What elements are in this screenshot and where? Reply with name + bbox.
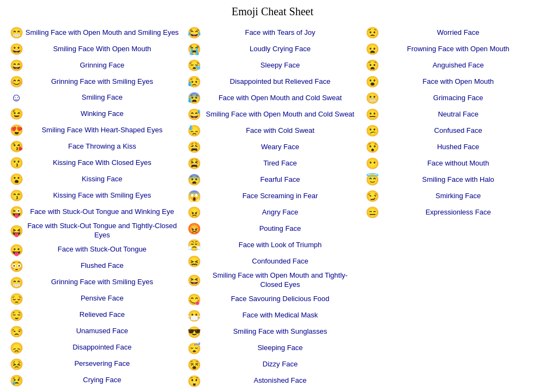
list-item: 😶Face without Mouth bbox=[361, 155, 540, 171]
list-item: 😲Astonished Face bbox=[184, 373, 362, 389]
emoji-icon: 😆 bbox=[187, 274, 202, 287]
emoji-label: Confounded Face bbox=[202, 257, 359, 266]
list-item: 😜Face with Stuck-Out Tongue and Winking … bbox=[5, 204, 184, 220]
emoji-label: Face with Stuck-Out Tongue bbox=[24, 245, 180, 254]
emoji-label: Smiling Face with Open Mouth and Tightly… bbox=[202, 271, 359, 290]
emoji-icon: 😭 bbox=[187, 42, 202, 56]
emoji-icon: 😶 bbox=[365, 157, 380, 170]
emoji-label: Grimacing Face bbox=[380, 94, 536, 103]
emoji-icon: 😀 bbox=[9, 42, 24, 56]
emoji-label: Angry Face bbox=[202, 208, 359, 217]
emoji-label: Face with Open Mouth bbox=[380, 77, 536, 87]
emoji-label: Pouting Face bbox=[202, 224, 359, 234]
emoji-label: Pensive Face bbox=[24, 294, 180, 303]
emoji-icon: 😩 bbox=[187, 140, 202, 154]
list-item: 😴Sleeping Face bbox=[184, 340, 362, 357]
list-item: 😇Smiling Face with Halo bbox=[361, 171, 540, 188]
emoji-icon: 😔 bbox=[9, 292, 24, 305]
list-item: 😅Smiling Face with Open Mouth and Cold S… bbox=[184, 106, 362, 122]
list-item: 😏Smirking Face bbox=[361, 188, 540, 204]
emoji-label: Relieved Face bbox=[24, 310, 180, 320]
emoji-label: Dizzy Face bbox=[202, 360, 359, 369]
emoji-label: Face Throwing a Kiss bbox=[24, 142, 180, 151]
column-left: 😁Smiling Face with Open Mouth and Smilin… bbox=[5, 24, 184, 389]
list-item: 😝Face with Stuck-Out Tongue and Tightly-… bbox=[5, 220, 184, 242]
emoji-label: Unamused Face bbox=[24, 327, 180, 336]
list-item: 😡Pouting Face bbox=[184, 220, 362, 237]
list-item: 😪Sleepy Face bbox=[184, 57, 362, 74]
emoji-icon: 😟 bbox=[365, 26, 380, 39]
list-item: 😓Face with Cold Sweat bbox=[184, 122, 362, 139]
emoji-icon: 😤 bbox=[187, 238, 202, 252]
emoji-icon: ☺️ bbox=[9, 91, 24, 104]
emoji-icon: 😮 bbox=[9, 173, 24, 186]
emoji-icon: 😞 bbox=[9, 341, 24, 354]
list-item: 😖Confounded Face bbox=[184, 253, 362, 270]
emoji-label: Expressionless Face bbox=[380, 208, 536, 217]
list-item: 😮Kissing Face bbox=[5, 171, 184, 187]
emoji-icon: 😓 bbox=[187, 124, 202, 137]
emoji-icon: 😥 bbox=[187, 75, 202, 88]
emoji-label: Face Screaming in Fear bbox=[202, 192, 359, 201]
emoji-label: Persevering Face bbox=[24, 359, 180, 369]
emoji-icon: 😴 bbox=[187, 342, 202, 355]
list-item: 😣Persevering Face bbox=[5, 356, 184, 372]
emoji-icon: 😕 bbox=[365, 124, 380, 137]
list-item: 😌Relieved Face bbox=[5, 307, 184, 323]
list-item: 😔Pensive Face bbox=[5, 291, 184, 307]
emoji-icon: 😍 bbox=[9, 124, 24, 137]
emoji-label: Smiling Face With Heart-Shaped Eyes bbox=[24, 126, 180, 135]
column-right: 😟Worried Face😦Frowning Face with Open Mo… bbox=[361, 24, 540, 389]
emoji-icon: 😱 bbox=[187, 189, 202, 203]
emoji-icon: 😎 bbox=[187, 326, 202, 339]
emoji-label: Hushed Face bbox=[380, 143, 536, 152]
emoji-label: Tired Face bbox=[202, 159, 359, 168]
emoji-label: Flushed Face bbox=[24, 261, 180, 271]
emoji-icon: 😙 bbox=[9, 189, 24, 202]
emoji-label: Disappointed Face bbox=[24, 343, 180, 352]
emoji-icon: 😇 bbox=[365, 173, 380, 186]
emoji-icon: 😛 bbox=[9, 243, 24, 256]
list-item: 😟Worried Face bbox=[361, 24, 540, 41]
emoji-label: Face with Stuck-Out Tongue and Tightly-C… bbox=[24, 222, 180, 240]
emoji-icon: 😉 bbox=[9, 107, 24, 120]
emoji-label: Anguished Face bbox=[380, 61, 536, 70]
emoji-label: Grinning Face with Smiling Eyes bbox=[24, 278, 180, 287]
list-item: 😑Expressionless Face bbox=[361, 204, 540, 220]
list-item: 😆Smiling Face with Open Mouth and Tightl… bbox=[184, 270, 362, 291]
column-middle: 😂Face with Tears of Joy😭Loudly Crying Fa… bbox=[184, 24, 362, 389]
list-item: ☺️Smiling Face bbox=[5, 90, 184, 106]
emoji-icon: 😪 bbox=[187, 59, 202, 72]
list-item: 😙Kissing Face with Smiling Eyes bbox=[5, 187, 184, 204]
emoji-icon: 😘 bbox=[9, 140, 24, 153]
emoji-label: Smiling Face with Open Mouth and Cold Sw… bbox=[202, 110, 359, 119]
list-item: 😁Grinning Face with Smiling Eyes bbox=[5, 274, 184, 291]
list-item: 😵Dizzy Face bbox=[184, 357, 362, 373]
emoji-label: Smiling Face With Open Mouth bbox=[24, 45, 180, 54]
emoji-icon: 😲 bbox=[187, 375, 202, 388]
emoji-icon: 😁 bbox=[9, 26, 24, 39]
emoji-label: Sleeping Face bbox=[202, 344, 359, 353]
emoji-label: Smiling Face bbox=[24, 93, 180, 102]
emoji-label: Kissing Face with Smiling Eyes bbox=[24, 191, 180, 200]
emoji-icon: 😏 bbox=[365, 189, 380, 203]
emoji-icon: 😷 bbox=[187, 309, 202, 322]
emoji-label: Kissing Face With Closed Eyes bbox=[24, 158, 180, 168]
list-item: 😦Frowning Face with Open Mouth bbox=[361, 41, 540, 57]
emoji-icon: 😵 bbox=[187, 358, 202, 371]
emoji-label: Face without Mouth bbox=[380, 159, 536, 168]
list-item: 😀Smiling Face With Open Mouth bbox=[5, 41, 184, 57]
list-item: 😢Crying Face bbox=[5, 372, 184, 389]
emoji-icon: 😑 bbox=[365, 206, 380, 219]
list-item: 😳Flushed Face bbox=[5, 258, 184, 274]
emoji-label: Weary Face bbox=[202, 143, 359, 152]
emoji-label: Face with Medical Mask bbox=[202, 311, 359, 320]
list-item: 😄Grinning Face bbox=[5, 57, 184, 74]
emoji-icon: 😯 bbox=[365, 140, 380, 154]
emoji-icon: 😅 bbox=[187, 108, 202, 121]
emoji-icon: 😮 bbox=[365, 75, 380, 88]
list-item: 😤Face with Look of Triumph bbox=[184, 237, 362, 253]
list-item: 😨Fearful Face bbox=[184, 171, 362, 188]
list-item: 😧Anguished Face bbox=[361, 57, 540, 74]
list-item: 😋Face Savouring Delicious Food bbox=[184, 291, 362, 308]
